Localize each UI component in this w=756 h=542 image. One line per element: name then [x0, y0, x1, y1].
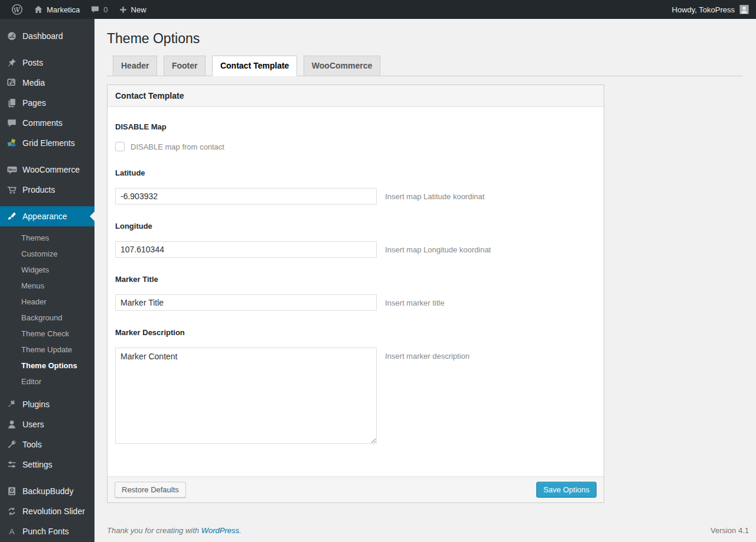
marker-description-field: Marker Description Marker Content Insert…: [115, 328, 596, 444]
submenu-item-widgets[interactable]: Widgets: [0, 262, 94, 278]
panel-body: DISABLE Map DISABLE map from contact Lat…: [107, 107, 604, 476]
sidebar-item-dashboard[interactable]: Dashboard: [0, 26, 94, 46]
sidebar-item-posts[interactable]: Posts: [0, 53, 94, 73]
comments-bubble-link[interactable]: 0: [85, 0, 113, 19]
sidebar-item-woocommerce[interactable]: Woo WooCommerce: [0, 160, 94, 180]
submenu-item-theme-options[interactable]: Theme Options: [0, 358, 94, 374]
submenu-item-header[interactable]: Header: [0, 294, 94, 310]
grid-elements-icon: [6, 137, 18, 149]
sidebar-item-backupbuddy[interactable]: BackupBuddy: [0, 481, 94, 501]
longitude-field: Longitude Insert map Longitude koordinat: [115, 222, 596, 258]
tab-footer[interactable]: Footer: [164, 56, 206, 76]
site-link[interactable]: Marketica: [28, 0, 85, 19]
panel-header: Contact Template: [107, 85, 604, 107]
svg-text:Woo: Woo: [8, 167, 15, 171]
plus-icon: [119, 5, 128, 14]
new-content-link[interactable]: New: [113, 0, 152, 19]
submenu-item-editor[interactable]: Editor: [0, 374, 94, 390]
sidebar-item-plugins[interactable]: Plugins: [0, 394, 94, 414]
tab-header[interactable]: Header: [113, 56, 157, 76]
fonts-icon: A: [6, 525, 18, 537]
howdy-text: Howdy, TokoPress: [672, 5, 735, 14]
users-icon: [6, 418, 18, 430]
latitude-field: Latitude Insert map Latitude koordinat: [115, 168, 596, 205]
dashboard-icon: [6, 30, 18, 42]
sidebar-item-grid-elements[interactable]: Grid Elements: [0, 133, 94, 153]
version-text: Version 4.1: [711, 526, 749, 535]
account-menu[interactable]: Howdy, TokoPress: [672, 5, 749, 14]
submenu-item-themes[interactable]: Themes: [0, 230, 94, 246]
sidebar-item-revolution-slider[interactable]: Revolution Slider: [0, 501, 94, 521]
comment-bubble-icon: [90, 5, 100, 14]
marker-title-field: Marker Title Insert marker title: [115, 275, 596, 311]
save-options-button[interactable]: Save Options: [536, 482, 597, 498]
sidebar-item-media[interactable]: Media: [0, 73, 94, 93]
revolution-slider-icon: [6, 505, 18, 517]
field-label: Latitude: [115, 168, 596, 177]
wordpress-link[interactable]: WordPress: [201, 526, 239, 535]
tab-bar: Header Footer Contact Template WooCommer…: [107, 56, 743, 76]
disable-map-checkbox[interactable]: [115, 142, 125, 151]
sidebar-item-pages[interactable]: Pages: [0, 93, 94, 113]
person-icon: [740, 5, 748, 14]
svg-text:A: A: [9, 527, 14, 536]
sidebar-item-comments[interactable]: Comments: [0, 113, 94, 133]
sidebar-item-appearance[interactable]: Appearance: [0, 206, 94, 226]
latitude-input[interactable]: [115, 188, 377, 205]
appearance-submenu: Themes Customize Widgets Menus Header Ba…: [0, 226, 94, 394]
site-name: Marketica: [47, 5, 80, 14]
sidebar-item-users[interactable]: Users: [0, 414, 94, 434]
sidebar-item-punch-fonts[interactable]: A Punch Fonts: [0, 521, 94, 541]
page-footer: Thank you for creating with WordPress. V…: [94, 526, 756, 542]
home-icon: [34, 5, 43, 14]
avatar: [739, 5, 749, 14]
submenu-item-customize[interactable]: Customize: [0, 246, 94, 262]
tab-woocommerce[interactable]: WooCommerce: [304, 56, 380, 76]
marker-title-input[interactable]: [115, 294, 377, 311]
submenu-item-theme-update[interactable]: Theme Update: [0, 342, 94, 358]
woocommerce-icon: Woo: [6, 164, 18, 176]
longitude-input[interactable]: [115, 241, 377, 258]
submenu-item-menus[interactable]: Menus: [0, 278, 94, 294]
submenu-item-background[interactable]: Background: [0, 310, 94, 326]
disable-map-field: DISABLE Map DISABLE map from contact: [115, 122, 596, 151]
admin-sidebar: Dashboard Posts Media Pages Comments Gri…: [0, 19, 94, 542]
field-hint: Insert map Latitude koordinat: [385, 192, 484, 201]
field-label: DISABLE Map: [115, 122, 596, 131]
field-label: Marker Title: [115, 275, 596, 284]
disable-map-checkbox-row[interactable]: DISABLE map from contact: [115, 142, 596, 151]
field-hint: Insert marker description: [385, 352, 470, 361]
theme-options-panel: Contact Template DISABLE Map DISABLE map…: [107, 85, 604, 503]
restore-defaults-button[interactable]: Restore Defaults: [115, 482, 186, 498]
field-label: Longitude: [115, 222, 596, 231]
sidebar-item-tools[interactable]: Tools: [0, 434, 94, 455]
sidebar-item-settings[interactable]: Settings: [0, 455, 94, 475]
plugin-icon: [6, 398, 18, 410]
comment-count: 0: [103, 5, 107, 14]
wrench-icon: [6, 439, 18, 450]
wordpress-logo-icon[interactable]: [6, 0, 28, 19]
pages-icon: [6, 97, 18, 109]
backupbuddy-icon: [6, 485, 18, 497]
sidebar-item-products[interactable]: Products: [0, 180, 94, 200]
current-menu-arrow: [85, 212, 94, 221]
paintbrush-icon: [6, 210, 18, 222]
cart-icon: [6, 184, 18, 196]
marker-description-textarea[interactable]: Marker Content: [115, 348, 377, 444]
field-label: Marker Description: [115, 328, 596, 337]
field-hint: Insert marker title: [385, 298, 444, 307]
field-hint: Insert map Longitude koordinat: [385, 245, 491, 254]
admin-bar: Marketica 0 New Howdy, TokoPress: [0, 0, 756, 19]
page-title: Theme Options: [107, 25, 743, 50]
footer-thanks: Thank you for creating with WordPress.: [107, 526, 242, 535]
panel-footer: Restore Defaults Save Options: [107, 476, 604, 502]
comments-icon: [6, 117, 18, 129]
new-label: New: [131, 5, 146, 14]
submenu-item-theme-check[interactable]: Theme Check: [0, 326, 94, 342]
media-icon: [6, 77, 18, 89]
settings-icon: [6, 459, 18, 470]
checkbox-label: DISABLE map from contact: [131, 142, 224, 151]
tab-contact-template[interactable]: Contact Template: [212, 56, 297, 76]
pushpin-icon: [6, 57, 18, 69]
